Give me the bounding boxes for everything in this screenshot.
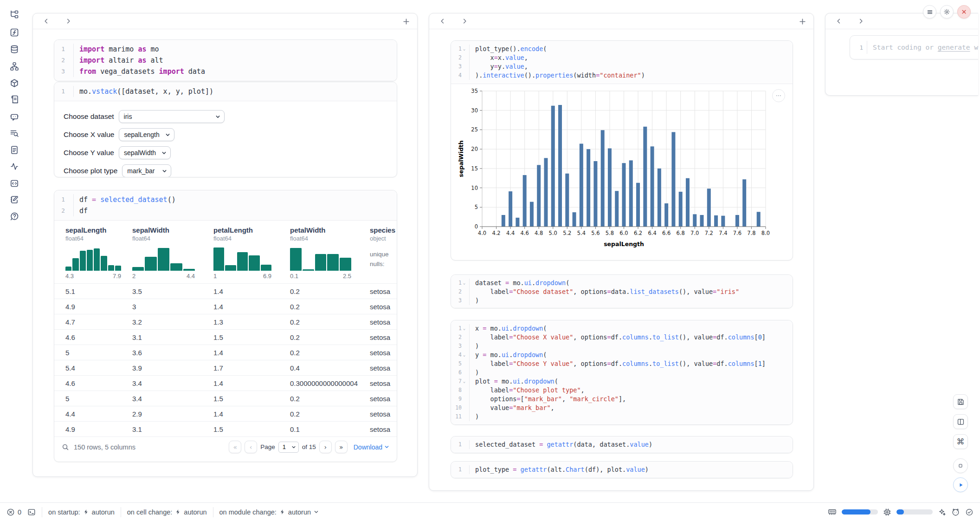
layout-toggle-button[interactable]	[953, 414, 968, 429]
table-cell: 1.4	[210, 379, 286, 387]
settings-button[interactable]	[940, 5, 954, 19]
github-status-button[interactable]	[951, 508, 960, 516]
sidebar-scroll-text-icon[interactable]	[6, 91, 23, 108]
code-line: 1plot_type = getattr(alt.Chart(df), plot…	[451, 465, 793, 474]
table-row[interactable]: 4.63.11.50.2setosa	[54, 329, 397, 345]
sidebar-bot-message-icon[interactable]	[6, 108, 23, 125]
table-summary: 150 rows, 5 columns	[74, 443, 135, 451]
chevron-right-icon[interactable]	[64, 17, 73, 26]
sidebar-workflow-icon[interactable]	[6, 58, 23, 75]
sidebar-activity-icon[interactable]	[6, 158, 23, 175]
column-header-petalWidth[interactable]: petalWidthfloat640.12.5	[286, 226, 366, 283]
runtime-config-module-change[interactable]: on module change:autorun	[219, 508, 319, 516]
controls-definition-cell[interactable]: 1⌄x = mo.ui.dropdown(2 label="Choose X v…	[451, 320, 793, 425]
add-cell-button[interactable]	[798, 17, 807, 26]
table-row[interactable]: 4.73.21.30.2setosa	[54, 314, 397, 329]
table-cell: 3.6	[129, 349, 210, 357]
column-header-species[interactable]: speciesobjectuniquenulls:	[366, 226, 397, 283]
column-histogram[interactable]	[132, 246, 195, 271]
selected-dataset-code: 1selected_dataset = getattr(data, datase…	[451, 436, 793, 453]
error-indicator[interactable]: 0	[6, 508, 21, 516]
next-page-button[interactable]: ›	[319, 441, 332, 453]
sidebar-code-square-icon[interactable]	[6, 175, 23, 192]
runtime-config-startup[interactable]: on startup:autorun	[48, 508, 115, 516]
plot-type-cell[interactable]: 1plot_type = getattr(alt.Chart(df), plot…	[451, 461, 793, 478]
sidebar-package-icon[interactable]	[6, 75, 23, 91]
last-page-button[interactable]: »	[335, 441, 348, 453]
add-cell-button[interactable]	[401, 17, 411, 26]
prev-page-button[interactable]: ‹	[245, 441, 257, 453]
ai-sparkles-button[interactable]	[938, 508, 946, 516]
table-cell: 0.2	[286, 318, 366, 326]
empty-code-cell[interactable]: 1 Start coding or generate with	[850, 35, 978, 59]
sidebar-file-tree-icon[interactable]	[6, 6, 23, 23]
search-icon[interactable]	[62, 443, 69, 451]
svg-text:5: 5	[475, 204, 478, 210]
interrupt-button[interactable]	[953, 458, 968, 473]
sidebar-file-text-icon[interactable]	[6, 142, 23, 158]
column-histogram[interactable]	[290, 246, 351, 271]
first-page-button[interactable]: «	[229, 441, 241, 453]
sidebar-notebook-pen-icon[interactable]	[6, 191, 23, 208]
choose-dataset-select[interactable]: iris	[119, 110, 225, 123]
table-cell: setosa	[366, 333, 397, 341]
table-row[interactable]: 5.13.51.40.2setosa	[54, 283, 397, 299]
sidebar-list-search-icon[interactable]	[6, 125, 23, 142]
terminal-button[interactable]	[27, 508, 36, 516]
chevron-left-icon[interactable]	[834, 17, 843, 26]
table-row[interactable]: 4.63.41.40.3000000000000004setosa	[54, 375, 397, 391]
table-row[interactable]: 5.43.91.70.4setosa	[54, 360, 397, 375]
choose-plot-type-select[interactable]: mark_bar	[122, 164, 171, 177]
choose-x-value-select[interactable]: sepalLength	[119, 128, 174, 141]
column-header-sepalWidth[interactable]: sepalWidthfloat6424.4	[129, 226, 210, 283]
code-placeholder[interactable]: Start coding or generate with	[873, 44, 978, 51]
menu-button[interactable]	[923, 5, 936, 19]
imports-code: 1import marimo as mo2import altair as al…	[54, 40, 397, 81]
sidebar-function-square-icon[interactable]	[6, 24, 23, 41]
hamburger-icon	[927, 9, 933, 15]
dataset-dropdown-cell[interactable]: 1⌄dataset = mo.ui.dropdown(2 label="Choo…	[451, 274, 793, 308]
altair-bar-chart[interactable]: 4.04.24.44.64.85.05.25.45.65.86.06.26.46…	[457, 87, 784, 256]
error-count: 0	[18, 508, 21, 516]
connection-status-button[interactable]	[965, 508, 974, 516]
sidebar-database-icon[interactable]	[6, 41, 23, 58]
plot-cell[interactable]: 1⌄plot_type().encode(2 x=x.value,3 y=y.v…	[451, 40, 793, 260]
table-row[interactable]: 53.41.50.2setosa	[54, 391, 397, 406]
download-button[interactable]: Download	[354, 443, 389, 451]
imports-cell[interactable]: 1import marimo as mo2import altair as al…	[54, 39, 397, 81]
chevron-left-icon[interactable]	[41, 17, 51, 26]
run-all-button[interactable]	[953, 477, 968, 492]
code-line: 1df = selected_dataset()	[54, 194, 397, 205]
chart-bar	[565, 174, 569, 227]
chevron-right-icon[interactable]	[460, 17, 469, 26]
column-header-sepalLength[interactable]: sepalLengthfloat644.37.9	[54, 226, 129, 283]
table-row[interactable]: 4.93.11.50.1setosa	[54, 421, 397, 436]
close-panel-button[interactable]	[957, 5, 971, 19]
save-button[interactable]	[953, 394, 968, 409]
runtime-config-cell-change[interactable]: on cell change:autorun	[127, 508, 207, 516]
column-histogram[interactable]	[213, 246, 271, 271]
selected-dataset-cell[interactable]: 1selected_dataset = getattr(data, datase…	[451, 436, 793, 453]
middle-panel-header	[429, 13, 813, 29]
column-histogram[interactable]	[65, 246, 121, 271]
table-row[interactable]: 4.42.91.40.2setosa	[54, 406, 397, 421]
chevron-left-icon[interactable]	[438, 17, 447, 26]
code-line: 2 label="Choose dataset", options=data.l…	[451, 287, 793, 296]
code-line: 7⌄plot = mo.ui.dropdown(	[451, 377, 793, 386]
table-cell: 1.3	[210, 318, 286, 326]
vstack-cell[interactable]: 1mo.vstack([dataset, x, y, plot]) Choose…	[54, 82, 397, 177]
chevron-right-icon[interactable]	[856, 17, 865, 26]
dataframe-cell[interactable]: 1df = selected_dataset()2df sepalLengthf…	[54, 190, 397, 462]
table-row[interactable]: 53.61.40.2setosa	[54, 345, 397, 360]
chart-actions-button[interactable]	[772, 89, 785, 102]
table-row[interactable]: 4.931.40.2setosa	[54, 299, 397, 314]
table-cell: 5.1	[54, 287, 129, 295]
choose-y-value-select[interactable]: sepalWidth	[119, 146, 171, 159]
chart-bar	[587, 149, 590, 227]
chart-bar	[707, 189, 711, 227]
sidebar-help-circle-icon[interactable]	[6, 208, 23, 225]
column-header-petalLength[interactable]: petalLengthfloat6416.9	[210, 226, 286, 283]
command-palette-button[interactable]: ⌘	[953, 434, 968, 449]
page-select[interactable]: 1	[278, 442, 299, 453]
chevron-down-icon	[215, 114, 220, 119]
